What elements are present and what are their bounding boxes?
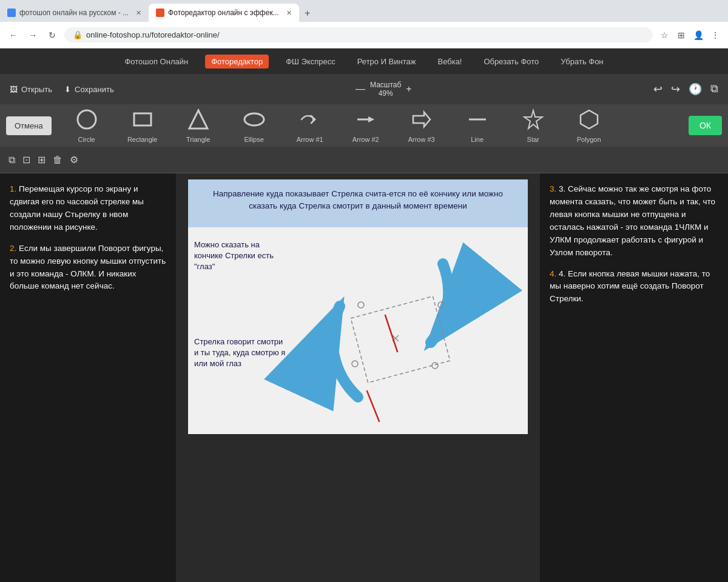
num2: 2. bbox=[10, 244, 16, 253]
nav-remove-bg[interactable]: Убрать Фон bbox=[556, 55, 608, 69]
svg-line-20 bbox=[385, 315, 397, 352]
undo-button[interactable]: ↩ bbox=[653, 82, 662, 96]
delete-icon[interactable]: 🗑 bbox=[53, 155, 62, 166]
tab2-close[interactable]: ✕ bbox=[286, 9, 292, 17]
canvas-area: Направление куда показывает Стрелка счит… bbox=[176, 173, 540, 582]
ok-button[interactable]: ОК bbox=[689, 116, 722, 135]
polygon-tool-label: Polygon bbox=[577, 136, 601, 143]
svg-point-16 bbox=[352, 361, 358, 367]
rectangle-tool-label: Rectangle bbox=[127, 136, 158, 143]
ellipse-icon bbox=[243, 109, 265, 133]
svg-marker-9 bbox=[524, 110, 542, 129]
ellipse-tool[interactable]: Ellipse bbox=[228, 107, 281, 144]
left-panel: 1. Перемещая курсор по экрану и сдвигая … bbox=[0, 173, 176, 582]
triangle-tool[interactable]: Triangle bbox=[172, 107, 225, 144]
polygon-tool[interactable]: Polygon bbox=[562, 107, 616, 144]
star-icon bbox=[522, 109, 544, 133]
bookmark-icon[interactable]: ☆ bbox=[658, 28, 671, 42]
right-p4-text: 4. Если кнопка левая мышки нажата, то мы… bbox=[550, 269, 710, 304]
nav-crop[interactable]: Обрезать Фото bbox=[479, 55, 544, 69]
address-actions: ☆ ⊞ 👤 ⋮ bbox=[658, 28, 722, 42]
scale-control: — Масштаб 49% + bbox=[356, 81, 412, 98]
rectangle-icon bbox=[132, 109, 153, 133]
nav-fsh-express[interactable]: ФШ Экспресс bbox=[281, 55, 340, 69]
main-toolbar: 🖼 Открыть ⬇ Сохранить — Масштаб 49% + ↩ … bbox=[0, 74, 728, 104]
polygon-icon bbox=[578, 109, 600, 133]
left-text-2: 2. Если мы завершили Поворот фигуры, то … bbox=[10, 242, 166, 293]
settings-icon[interactable]: ⚙ bbox=[70, 154, 78, 166]
ellipse-tool-label: Ellipse bbox=[244, 136, 263, 143]
back-button[interactable]: ← bbox=[6, 28, 21, 42]
open-button[interactable]: 🖼 Открыть bbox=[10, 85, 52, 94]
right-text-3: 3. 3. Сейчас можно так же смотря на фото… bbox=[550, 183, 718, 259]
arrow2-tool[interactable]: Arrow #2 bbox=[339, 107, 393, 144]
circle-tool[interactable]: Circle bbox=[60, 107, 113, 144]
tab1-label: фотошоп онлайн на русском - ... bbox=[19, 8, 129, 17]
tab-bar: фотошоп онлайн на русском - ... ✕ Фоторе… bbox=[0, 0, 728, 22]
url-bar[interactable]: 🔒 online-fotoshop.ru/fotoredaktor-online… bbox=[64, 27, 653, 42]
secondary-toolbar: ⧉ ⊡ ⊞ 🗑 ⚙ bbox=[0, 147, 728, 173]
arrow2-icon bbox=[355, 109, 377, 133]
svg-point-14 bbox=[358, 302, 364, 308]
redo-button[interactable]: ↪ bbox=[671, 82, 680, 96]
select-icon[interactable]: ⊞ bbox=[38, 154, 46, 166]
tab-2[interactable]: Фоторедактор онлайн с эффек... ✕ bbox=[149, 4, 299, 22]
copy-icon[interactable]: ⧉ bbox=[8, 155, 15, 166]
nav-fotoshop-online[interactable]: Фотошоп Онлайн bbox=[120, 55, 193, 69]
save-button[interactable]: ⬇ Сохранить bbox=[64, 85, 114, 94]
forward-button[interactable]: → bbox=[25, 28, 40, 42]
arrow3-tool[interactable]: Arrow #3 bbox=[395, 107, 448, 144]
extensions-icon[interactable]: ⊞ bbox=[675, 28, 688, 42]
canvas-container: Направление куда показывает Стрелка счит… bbox=[188, 179, 528, 434]
svg-point-3 bbox=[244, 113, 264, 125]
toolbar-actions: ↩ ↪ 🕐 ⧉ bbox=[653, 82, 718, 96]
cancel-button[interactable]: Отмена bbox=[6, 116, 52, 135]
menu-icon[interactable]: ⋮ bbox=[709, 28, 722, 42]
line-tool[interactable]: Line bbox=[451, 107, 504, 144]
scale-value: 49% bbox=[379, 89, 393, 98]
triangle-tool-label: Triangle bbox=[186, 136, 210, 143]
arrow3-tool-label: Arrow #3 bbox=[408, 136, 435, 143]
canvas-label-2: Стрелка говорит смотри и ты туда, куда с… bbox=[194, 336, 288, 370]
star-tool-label: Star bbox=[527, 136, 539, 143]
nav-fotoredaktor[interactable]: Фоторедактор bbox=[205, 55, 269, 69]
open-icon: 🖼 bbox=[10, 85, 18, 94]
open-label: Открыть bbox=[21, 85, 52, 94]
layers-button[interactable]: ⧉ bbox=[710, 82, 718, 96]
arrow1-tool-label: Arrow #1 bbox=[297, 136, 323, 143]
canvas-top-text: Направление куда показывает Стрелка счит… bbox=[188, 179, 528, 227]
save-icon: ⬇ bbox=[64, 85, 71, 94]
left-p2-text: Если мы завершили Поворот фигуры, то мож… bbox=[10, 244, 166, 291]
address-bar: ← → ↻ 🔒 online-fotoshop.ru/fotoredaktor-… bbox=[0, 22, 728, 48]
scale-plus-button[interactable]: + bbox=[406, 84, 411, 95]
star-tool[interactable]: Star bbox=[507, 107, 560, 144]
arrow1-tool[interactable]: Arrow #1 bbox=[283, 107, 337, 144]
right-p3-text: 3. Сейчас можно так же смотря на фото мо… bbox=[550, 184, 715, 257]
profile-icon[interactable]: 👤 bbox=[692, 28, 705, 42]
shape-tools-bar: Отмена Circle Rectangle Triangle Ellipse… bbox=[0, 104, 728, 147]
circle-tool-label: Circle bbox=[78, 136, 95, 143]
tab1-close[interactable]: ✕ bbox=[136, 9, 141, 17]
refresh-button[interactable]: ↻ bbox=[45, 28, 59, 42]
svg-marker-2 bbox=[189, 110, 207, 129]
line-tool-label: Line bbox=[471, 136, 484, 143]
lock-icon: 🔒 bbox=[73, 30, 83, 39]
url-text: online-fotoshop.ru/fotoredaktor-online/ bbox=[86, 30, 644, 39]
new-tab-button[interactable]: + bbox=[299, 5, 316, 22]
app-nav: Фотошоп Онлайн Фоторедактор ФШ Экспресс … bbox=[0, 48, 728, 74]
num3: 3. bbox=[550, 184, 556, 193]
svg-marker-10 bbox=[581, 110, 598, 129]
svg-point-0 bbox=[78, 110, 96, 129]
tab1-favicon bbox=[7, 8, 16, 17]
tab2-label: Фоторедактор онлайн с эффек... bbox=[168, 8, 279, 17]
nav-retro[interactable]: Ретро И Винтаж bbox=[352, 55, 421, 69]
crop-icon[interactable]: ⊡ bbox=[22, 154, 30, 166]
scale-minus-button[interactable]: — bbox=[356, 84, 365, 95]
scale-label: Масштаб bbox=[370, 81, 401, 89]
circle-icon bbox=[76, 109, 98, 133]
history-button[interactable]: 🕐 bbox=[689, 82, 702, 96]
rectangle-tool[interactable]: Rectangle bbox=[116, 107, 169, 144]
nav-webcam[interactable]: Вебка! bbox=[433, 55, 467, 69]
tab2-favicon bbox=[156, 8, 164, 17]
tab-1[interactable]: фотошоп онлайн на русском - ... ✕ bbox=[0, 4, 149, 22]
